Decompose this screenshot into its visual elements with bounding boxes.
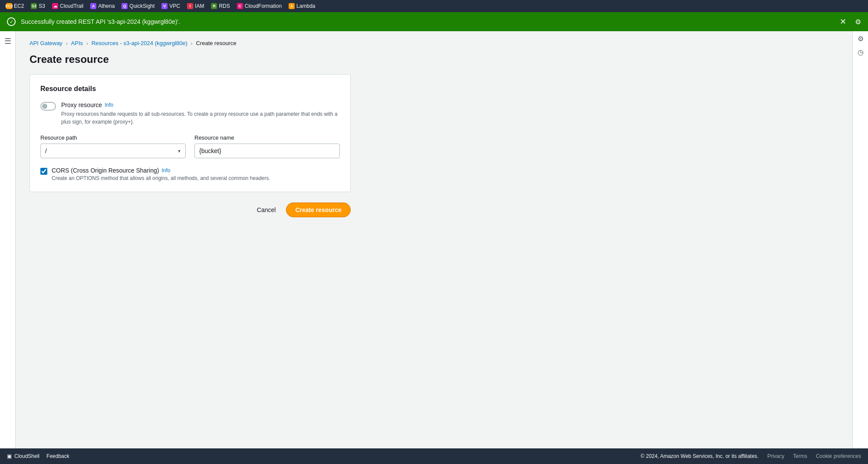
- footer-copyright: © 2024, Amazon Web Services, Inc. or its…: [641, 453, 759, 459]
- s3-icon: S3: [31, 3, 37, 9]
- footer: ▣ CloudShell Feedback © 2024, Amazon Web…: [0, 448, 868, 464]
- proxy-resource-label: Proxy resource: [61, 101, 102, 108]
- check-icon: ✓: [7, 17, 16, 26]
- right-settings-icon[interactable]: ⚙: [858, 35, 864, 43]
- resource-name-input[interactable]: [194, 144, 340, 158]
- close-banner-button[interactable]: ✕: [840, 18, 846, 26]
- nav-label-athena: Athena: [98, 3, 115, 9]
- resource-path-select[interactable]: /: [40, 144, 186, 158]
- cloudshell-button[interactable]: ▣ CloudShell: [7, 453, 39, 459]
- quicksight-icon: Q: [122, 3, 128, 9]
- form-row-path-name: Resource path / Resource name: [40, 134, 340, 158]
- vpc-icon: V: [161, 3, 168, 9]
- success-message: Successfully created REST API 's3-api-20…: [21, 18, 180, 25]
- footer-left: ▣ CloudShell Feedback: [7, 453, 69, 459]
- nav-item-s3[interactable]: S3 S3: [28, 2, 48, 10]
- nav-item-ec2[interactable]: EC2 EC2: [3, 2, 26, 10]
- nav-label-quicksight: QuickSight: [129, 3, 155, 9]
- right-clock-icon[interactable]: ◷: [858, 48, 864, 56]
- proxy-resource-info-link[interactable]: Info: [105, 102, 113, 108]
- nav-item-rds[interactable]: R RDS: [208, 2, 232, 10]
- breadcrumb: API Gateway › APIs › Resources - s3-api-…: [30, 40, 838, 46]
- cloudshell-label: CloudShell: [14, 453, 39, 459]
- footer-privacy-link[interactable]: Privacy: [767, 453, 784, 459]
- resource-name-label: Resource name: [194, 134, 340, 141]
- breadcrumb-current: Create resource: [196, 40, 236, 46]
- right-icons-panel: ⚙ ◷: [852, 31, 868, 448]
- footer-right: © 2024, Amazon Web Services, Inc. or its…: [641, 453, 861, 459]
- breadcrumb-apis[interactable]: APIs: [71, 40, 83, 46]
- terminal-icon: ▣: [7, 453, 12, 459]
- athena-icon: A: [90, 3, 96, 9]
- resource-path-field: Resource path /: [40, 134, 186, 158]
- nav-label-rds: RDS: [219, 3, 230, 9]
- nav-label-cloudformation: CloudFormation: [245, 3, 282, 9]
- cancel-button[interactable]: Cancel: [252, 204, 281, 216]
- nav-label-cloudtrail: CloudTrail: [60, 3, 83, 9]
- rds-icon: R: [211, 3, 217, 9]
- nav-item-iam[interactable]: I IAM: [184, 2, 207, 10]
- nav-label-vpc: VPC: [169, 3, 180, 9]
- proxy-resource-description: Proxy resources handle requests to all s…: [61, 110, 340, 126]
- card-title: Resource details: [40, 85, 340, 93]
- breadcrumb-resources[interactable]: Resources - s3-api-2024 (kggwrgl80e): [92, 40, 187, 46]
- proxy-resource-label-line: Proxy resource Info: [61, 101, 340, 108]
- nav-item-lambda[interactable]: λ Lambda: [286, 2, 318, 10]
- nav-label-ec2: EC2: [14, 3, 24, 9]
- cors-row: CORS (Cross Origin Resource Sharing) Inf…: [40, 167, 340, 181]
- cors-info-link[interactable]: Info: [161, 167, 170, 173]
- success-banner: ✓ Successfully created REST API 's3-api-…: [0, 12, 868, 31]
- form-actions: Cancel Create resource: [30, 203, 351, 217]
- feedback-link[interactable]: Feedback: [46, 453, 69, 459]
- chevron-icon: ›: [66, 41, 68, 46]
- ec2-icon: EC2: [6, 3, 12, 9]
- iam-icon: I: [187, 3, 193, 9]
- breadcrumb-api-gateway[interactable]: API Gateway: [30, 40, 62, 46]
- sidebar-toggle: ☰: [0, 31, 16, 448]
- nav-item-cloudtrail[interactable]: ☁ CloudTrail: [49, 2, 86, 10]
- chevron-icon-2: ›: [86, 41, 88, 46]
- proxy-resource-toggle[interactable]: [40, 102, 56, 111]
- nav-label-lambda: Lambda: [296, 3, 315, 9]
- resource-name-field: Resource name: [194, 134, 340, 158]
- cors-label-group: CORS (Cross Origin Resource Sharing) Inf…: [52, 167, 340, 181]
- nav-label-iam: IAM: [195, 3, 204, 9]
- settings-icon[interactable]: ⚙: [855, 18, 861, 26]
- cloudtrail-icon: ☁: [52, 3, 58, 9]
- proxy-resource-label-group: Proxy resource Info Proxy resources hand…: [61, 101, 340, 126]
- nav-label-s3: S3: [39, 3, 45, 9]
- cloudformation-icon: C: [237, 3, 243, 9]
- cors-label: CORS (Cross Origin Resource Sharing): [52, 167, 159, 174]
- nav-item-athena[interactable]: A Athena: [88, 2, 117, 10]
- resource-details-card: Resource details Proxy resource Info Pro…: [30, 74, 351, 192]
- cors-description: Create an OPTIONS method that allows all…: [52, 175, 340, 181]
- cors-checkbox[interactable]: [40, 168, 47, 175]
- toggle-track: [40, 102, 56, 111]
- lambda-icon: λ: [289, 3, 295, 9]
- nav-item-vpc[interactable]: V VPC: [159, 2, 183, 10]
- main-content: API Gateway › APIs › Resources - s3-api-…: [16, 31, 852, 448]
- create-resource-button[interactable]: Create resource: [286, 203, 351, 217]
- nav-item-cloudformation[interactable]: C CloudFormation: [234, 2, 284, 10]
- chevron-icon-3: ›: [191, 41, 193, 46]
- proxy-resource-row: Proxy resource Info Proxy resources hand…: [40, 101, 340, 126]
- cors-label-line: CORS (Cross Origin Resource Sharing) Inf…: [52, 167, 340, 174]
- menu-icon[interactable]: ☰: [4, 36, 11, 46]
- footer-terms-link[interactable]: Terms: [793, 453, 807, 459]
- nav-item-quicksight[interactable]: Q QuickSight: [119, 2, 157, 10]
- top-nav: EC2 EC2 S3 S3 ☁ CloudTrail A Athena Q Qu…: [0, 0, 868, 12]
- footer-cookies-link[interactable]: Cookie preferences: [816, 453, 861, 459]
- resource-path-select-wrapper: /: [40, 144, 186, 158]
- page-title: Create resource: [30, 53, 838, 65]
- resource-path-label: Resource path: [40, 134, 186, 141]
